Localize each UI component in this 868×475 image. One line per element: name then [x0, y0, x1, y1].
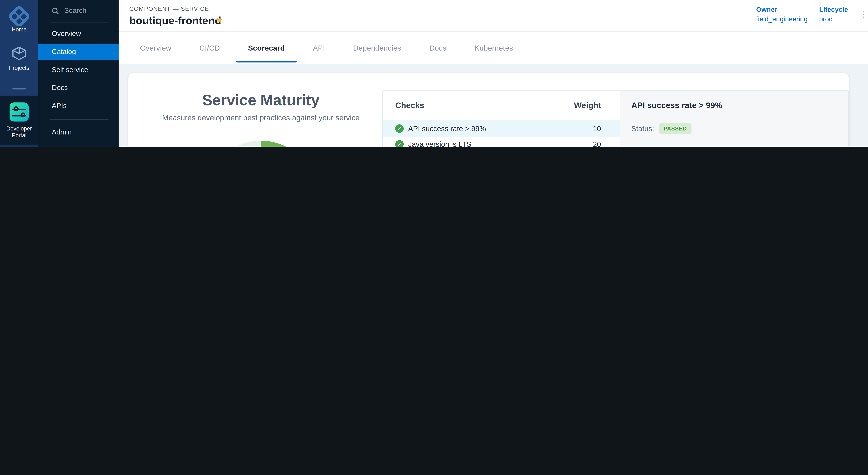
- check-pass-icon: ✓: [395, 140, 404, 147]
- check-row[interactable]: ✓ Java version is LTS 20: [383, 136, 620, 147]
- scorecard-content: Service Maturity Measures development be…: [119, 64, 868, 147]
- checks-panel: Checks Weight ✓ API success rate > 99% 1…: [382, 90, 849, 147]
- sidebar-item-overview[interactable]: Overview: [38, 26, 119, 42]
- sidebar-item-admin[interactable]: Admin: [38, 124, 119, 141]
- search-placeholder: Search: [64, 7, 86, 14]
- search-icon: [52, 7, 59, 14]
- owner-link[interactable]: field_engineering: [756, 15, 808, 23]
- status-badge: PASSED: [659, 123, 691, 134]
- maturity-score-gauge: 85: [205, 141, 316, 147]
- check-detail-pane: API success rate > 99% Status: PASSED: [620, 91, 848, 147]
- rail-item-developer-portal[interactable]: DeveloperPortal: [0, 96, 38, 145]
- owner-label: Owner: [756, 5, 808, 14]
- favorite-star-icon[interactable]: ★: [215, 15, 223, 25]
- scorecard-subtitle: Measures development best practices agai…: [128, 114, 394, 122]
- tab-scorecard[interactable]: Scorecard: [247, 33, 286, 62]
- status-label: Status:: [631, 124, 654, 133]
- rail-item-label: Developer: [0, 125, 38, 132]
- harness-logo-icon: [7, 4, 31, 28]
- check-detail-title: API success rate > 99%: [631, 101, 722, 110]
- rail-item-label: Home: [0, 26, 38, 33]
- breadcrumb: COMPONENT — SERVICE: [129, 5, 209, 12]
- divider: [50, 119, 108, 120]
- kebab-menu-icon[interactable]: ⋮: [860, 9, 868, 19]
- lifecycle-value: prod: [819, 15, 833, 23]
- lifecycle-label: Lifecycle: [819, 5, 848, 14]
- scorecard-title: Service Maturity: [128, 92, 394, 109]
- divider: [50, 23, 108, 23]
- service-maturity-card: Service Maturity Measures development be…: [128, 73, 849, 147]
- portal-sidebar: Search Overview Catalog Self service Doc…: [38, 0, 119, 147]
- tab-cicd[interactable]: CI/CD: [198, 33, 221, 62]
- rail-item-label: Portal: [0, 132, 38, 139]
- sidebar-item-catalog[interactable]: Catalog: [38, 44, 119, 60]
- check-pass-icon: ✓: [395, 124, 404, 132]
- sidebar-item-self-service[interactable]: Self service: [38, 62, 119, 78]
- rail-item-projects[interactable]: Projects: [0, 46, 38, 71]
- sidebar-item-docs[interactable]: Docs: [38, 80, 119, 96]
- page-title: boutique-frontend: [129, 14, 221, 27]
- tab-docs[interactable]: Docs: [428, 33, 447, 62]
- tab-overview[interactable]: Overview: [139, 33, 173, 62]
- tab-api[interactable]: API: [312, 33, 326, 62]
- tab-kubernetes[interactable]: Kubernetes: [473, 33, 514, 62]
- sidebar-item-apis[interactable]: APIs: [38, 98, 119, 114]
- lifecycle-meta: Lifecycle prod: [819, 5, 848, 24]
- cube-icon: [11, 46, 27, 61]
- owner-meta: Owner field_engineering: [756, 5, 808, 24]
- rail-item-label: Projects: [0, 65, 38, 71]
- rail-divider: [12, 88, 26, 89]
- entity-header: COMPONENT — SERVICE boutique-frontend ★ …: [119, 0, 868, 31]
- weight-column-header: Weight: [383, 101, 601, 110]
- rail-item-home[interactable]: Home: [0, 7, 38, 33]
- search-input[interactable]: Search: [52, 4, 87, 17]
- developer-portal-icon: [9, 102, 29, 121]
- entity-tabs: Overview CI/CD Scorecard API Dependencie…: [119, 32, 868, 64]
- main-area: COMPONENT — SERVICE boutique-frontend ★ …: [119, 0, 868, 147]
- check-row[interactable]: ✓ API success rate > 99% 10: [383, 120, 620, 137]
- status-row: Status: PASSED: [631, 123, 691, 134]
- app-window: Home Projects DeveloperPortal ∞ Deployme…: [0, 0, 868, 147]
- module-rail: Home Projects DeveloperPortal ∞ Deployme…: [0, 0, 38, 147]
- tab-dependencies[interactable]: Dependencies: [352, 33, 402, 62]
